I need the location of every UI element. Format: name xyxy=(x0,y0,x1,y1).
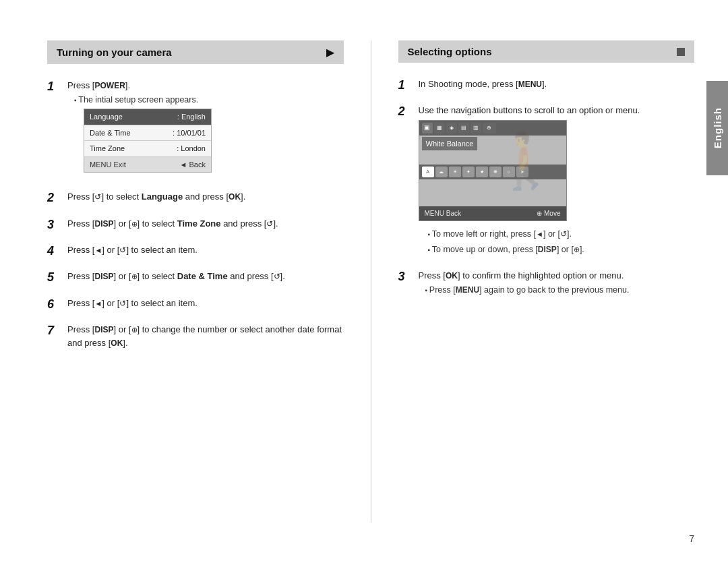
wb-icon-1: ▣ xyxy=(422,123,433,134)
right-step-2-number: 2 xyxy=(398,104,415,119)
wb-footer-move: ⊕ Move xyxy=(537,208,560,218)
right-step-3-number: 3 xyxy=(398,269,415,285)
right-step-1: 1 In Shooting mode, press [MENU]. xyxy=(398,78,695,93)
step-4-number: 4 xyxy=(47,243,63,259)
left-section-header: Turning on your camera ▶ xyxy=(47,40,344,64)
wb-bullet-1: To move left or right, press [◄] or [↺]. xyxy=(419,228,695,241)
step-3-content: Press [DISP] or [⊕] to select Time Zone … xyxy=(67,217,344,231)
screen-row-language: Language : English xyxy=(84,109,211,125)
wb-icon-4: ▤ xyxy=(458,123,469,134)
wb-footer-back: MENU Back xyxy=(425,208,461,218)
right-step-2: 2 Use the navigation buttons to scroll t… xyxy=(398,104,695,258)
wb-screen: ▣ ▦ ◈ ▤ ▥ ⊕ White Balance A ☁ xyxy=(419,120,567,221)
step-6-content: Press [◄] or [↺] to select an item. xyxy=(67,297,344,310)
wb-bar-icon-fluorescent1: ✦ xyxy=(462,167,475,177)
step-5-number: 5 xyxy=(47,270,63,285)
step-1-number: 1 xyxy=(47,79,63,94)
wb-bar-icon-auto: A xyxy=(422,167,434,177)
right-section-header: Selecting options xyxy=(398,40,695,63)
camera-screen-footer-left: MENU Exit xyxy=(90,159,126,171)
wb-bar-icon-cloudy: ☀ xyxy=(449,167,461,177)
step-2-content: Press [↺] to select Language and press [… xyxy=(67,190,344,204)
right-step-3-content: Press [OK] to confirm the highlighted op… xyxy=(419,269,695,296)
screen-row-timezone: Time Zone : London xyxy=(84,141,211,157)
right-column: Selecting options 1 In Shooting mode, pr… xyxy=(371,40,695,523)
step-7-content: Press [DISP] or [⊕] to change the number… xyxy=(67,323,344,349)
english-tab-label: English xyxy=(712,107,723,148)
page-container: English 7 Turning on your camera ▶ 1 Pre… xyxy=(0,0,728,563)
wb-icon-3: ◈ xyxy=(446,123,457,134)
step-5: 5 Press [DISP] or [⊕] to select Date & T… xyxy=(47,270,344,285)
step-2-number: 2 xyxy=(47,190,63,206)
step-3-number: 3 xyxy=(47,217,63,233)
left-column: Turning on your camera ▶ 1 Press [POWER]… xyxy=(47,40,371,523)
main-content: Turning on your camera ▶ 1 Press [POWER]… xyxy=(0,0,728,563)
page-number: 7 xyxy=(689,533,694,544)
wb-footer: MENU Back ⊕ Move xyxy=(419,206,566,220)
camera-screen-footer: MENU Exit ◄ Back xyxy=(84,157,211,173)
wb-figure: 🚶 xyxy=(492,134,559,188)
step-1-sub: The intial setup screen appears. xyxy=(67,94,344,107)
wb-bullet-2: To move up or down, press [DISP] or [⊕]. xyxy=(419,243,695,256)
step-6: 6 Press [◄] or [↺] to select an item. xyxy=(47,297,344,312)
step-4-content: Press [◄] or [↺] to select an item. xyxy=(67,243,344,257)
step-1-content: Press [POWER]. The intial setup screen a… xyxy=(67,79,344,179)
wb-bar-icon-daylight: ☁ xyxy=(435,167,448,177)
wb-icon-2: ▦ xyxy=(434,123,445,134)
camera-screen: Language : English Date & Time : 10/01/0… xyxy=(84,109,212,173)
camera-screen-footer-right: ◄ Back xyxy=(180,159,206,171)
step-3: 3 Press [DISP] or [⊕] to select Time Zon… xyxy=(47,217,344,233)
right-step-3-sub: Press [MENU] again to go back to the pre… xyxy=(419,284,695,297)
screen-row-datetime: Date & Time : 10/01/01 xyxy=(84,125,211,142)
english-tab: English xyxy=(706,81,728,175)
step-7-number: 7 xyxy=(47,323,63,338)
right-section-square xyxy=(677,48,685,56)
wb-icon-5: ▥ xyxy=(471,123,481,134)
right-step-3: 3 Press [OK] to confirm the highlighted … xyxy=(398,269,695,296)
right-step-2-content: Use the navigation buttons to scroll to … xyxy=(419,104,695,258)
right-section-title: Selecting options xyxy=(408,46,492,57)
step-5-content: Press [DISP] or [⊕] to select Date & Tim… xyxy=(67,270,344,283)
step-4: 4 Press [◄] or [↺] to select an item. xyxy=(47,243,344,259)
step-1: 1 Press [POWER]. The intial setup screen… xyxy=(47,79,344,179)
left-section-arrow: ▶ xyxy=(326,46,334,59)
right-step-1-number: 1 xyxy=(398,78,415,93)
wb-label: White Balance xyxy=(422,137,478,151)
step-7: 7 Press [DISP] or [⊕] to change the numb… xyxy=(47,323,344,349)
wb-bar-icon-fluorescent2: ★ xyxy=(476,167,488,177)
left-section-title: Turning on your camera xyxy=(57,47,172,58)
step-2: 2 Press [↺] to select Language and press… xyxy=(47,190,344,206)
step-6-number: 6 xyxy=(47,297,63,312)
right-step-1-content: In Shooting mode, press [MENU]. xyxy=(419,78,695,91)
